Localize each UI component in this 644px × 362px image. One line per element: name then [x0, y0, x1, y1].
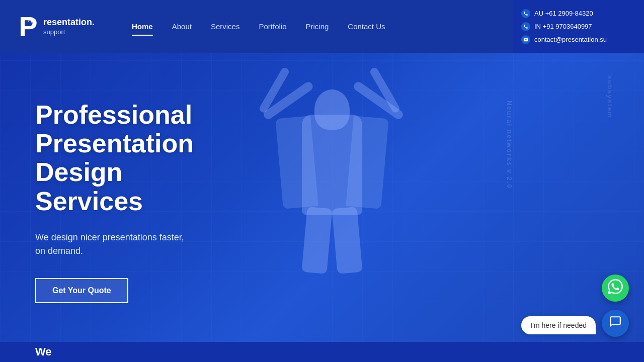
logo[interactable]: P ✈ Presentationresentation. support [15, 11, 95, 42]
email-item[interactable]: contact@presentation.su [521, 35, 636, 44]
hero-figure [191, 53, 543, 342]
in-phone-item[interactable]: IN +91 9703640997 [521, 22, 636, 31]
au-phone-text: AU +61 2909-84320 [534, 10, 593, 17]
chat-agent-icon [609, 315, 622, 331]
phone-icon-in [521, 22, 530, 31]
chat-bubble-text: I'm here if needed [530, 321, 587, 329]
get-quote-button[interactable]: Get Your Quote [35, 278, 128, 303]
email-icon [521, 35, 530, 44]
hero-subtitle: We design nicer presentations faster, on… [35, 231, 194, 258]
contact-bar: AU +61 2909-84320 IN +91 9703640997 cont… [513, 0, 644, 53]
chat-agent-button[interactable] [602, 310, 629, 337]
logo-icon: P ✈ [15, 11, 41, 42]
main-nav: Home About Services Portfolio Pricing Co… [125, 18, 392, 35]
nav-item-services[interactable]: Services [204, 18, 247, 35]
header: P ✈ Presentationresentation. support Hom… [0, 0, 513, 53]
nav-item-about[interactable]: About [165, 18, 199, 35]
logo-text: Presentationresentation. support [43, 17, 95, 36]
hero-content: Professional Presentation Design Service… [35, 101, 194, 303]
bottom-teaser: We [35, 345, 52, 358]
nav-item-home[interactable]: Home [125, 18, 160, 35]
whatsapp-button[interactable] [602, 275, 629, 302]
chat-bubble: I'm here if needed [521, 316, 596, 334]
logo-sub: support [43, 28, 95, 36]
nav-item-contact[interactable]: Contact Us [341, 18, 392, 35]
in-phone-text: IN +91 9703640997 [534, 23, 592, 30]
vertical-text-2: subsystem [606, 75, 614, 119]
logo-name: Presentationresentation. [43, 17, 95, 28]
au-phone-item[interactable]: AU +61 2909-84320 [521, 9, 636, 18]
bottom-bar: We [0, 342, 644, 362]
nav-item-pricing[interactable]: Pricing [298, 18, 336, 35]
hero-title: Professional Presentation Design Service… [35, 101, 194, 216]
nav-item-portfolio[interactable]: Portfolio [252, 18, 293, 35]
whatsapp-icon [608, 279, 623, 298]
email-text: contact@presentation.su [534, 36, 607, 43]
phone-icon-au [521, 9, 530, 18]
